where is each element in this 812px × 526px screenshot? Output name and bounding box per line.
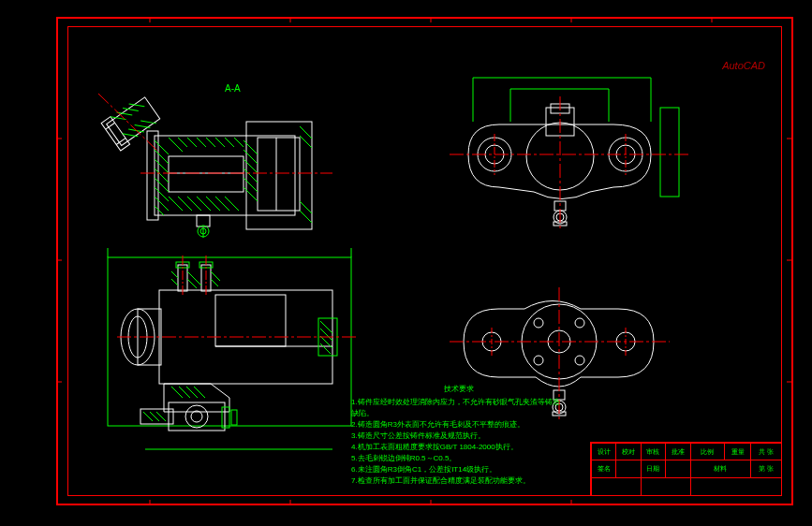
tb-cell: 批准 — [666, 444, 690, 460]
svg-line-37 — [155, 206, 164, 215]
svg-line-45 — [178, 138, 187, 147]
svg-line-84 — [211, 271, 220, 281]
tech-notes-title: 技术要求 — [351, 384, 567, 395]
svg-point-95 — [191, 411, 202, 422]
title-block: 设计 校对 审核 批准 比例 重量 共 张 签名 日期 材料 第 张 — [590, 442, 782, 496]
svg-point-94 — [185, 405, 208, 428]
svg-point-138 — [534, 318, 543, 328]
svg-rect-24 — [169, 156, 244, 192]
tech-note-line: 3.铸造尺寸公差按铸件标准及规范执行。 — [351, 431, 567, 442]
svg-line-49 — [215, 138, 225, 147]
tech-note-line: 1.铸件应经时效处理消除内应力，不允许有砂眼气孔夹渣等铸造缺陷。 — [351, 397, 567, 419]
tech-note-line: 7.检查所有加工面并保证配合精度满足装配功能要求。 — [351, 475, 567, 487]
tb-cell: 设计 — [592, 444, 616, 460]
svg-line-69 — [300, 211, 312, 223]
tech-note-line: 2.铸造圆角R3外表面不允许有毛刺及不平整的痕迹。 — [351, 419, 567, 431]
svg-line-70 — [300, 201, 312, 213]
tb-cell — [666, 460, 690, 477]
svg-line-46 — [187, 138, 197, 147]
section-view-aa — [89, 89, 351, 243]
svg-rect-87 — [215, 295, 286, 346]
svg-line-81 — [171, 279, 178, 285]
svg-rect-17 — [258, 138, 300, 211]
svg-line-51 — [234, 138, 244, 147]
tb-cell — [641, 477, 690, 495]
svg-point-140 — [534, 356, 543, 365]
tb-cell: 审核 — [641, 444, 665, 460]
svg-line-107 — [320, 329, 332, 341]
svg-line-85 — [211, 279, 218, 286]
tb-cell: 校对 — [616, 444, 641, 460]
svg-line-67 — [300, 126, 312, 139]
tb-cell: 重量 — [725, 444, 751, 460]
tech-note-line: 6.未注圆角R3倒角C1，公差按IT14级执行。 — [351, 464, 567, 475]
svg-rect-23 — [147, 131, 158, 220]
svg-line-83 — [187, 279, 197, 288]
svg-rect-97 — [231, 410, 237, 425]
watermark-text: AutoCAD — [722, 60, 765, 71]
tech-note-line: 5.去毛刺锐边倒钝R0.5～C0.5。 — [351, 453, 567, 464]
tb-cell — [616, 460, 641, 477]
tb-cell: 签名 — [592, 460, 616, 477]
tb-cell — [592, 477, 642, 495]
technical-notes: 技术要求 1.铸件应经时效处理消除内应力，不允许有砂眼气孔夹渣等铸造缺陷。 2.… — [351, 384, 567, 487]
tb-cell: 材料 — [690, 460, 751, 477]
svg-point-139 — [575, 318, 584, 328]
tb-cell: 共 张 — [751, 444, 782, 460]
svg-line-106 — [320, 321, 332, 333]
svg-rect-96 — [222, 407, 229, 428]
svg-point-141 — [575, 356, 584, 365]
plan-section-view — [89, 248, 370, 463]
tb-cell: 第 张 — [751, 460, 782, 477]
top-view-flange — [426, 70, 698, 234]
svg-line-48 — [206, 138, 215, 147]
svg-line-68 — [300, 136, 312, 148]
svg-rect-26 — [197, 215, 210, 226]
svg-rect-120 — [660, 108, 679, 197]
tb-cell: 日期 — [641, 460, 665, 477]
svg-line-82 — [187, 271, 201, 285]
svg-line-80 — [171, 271, 178, 278]
tb-cell — [690, 477, 782, 495]
tb-cell: 比例 — [690, 444, 725, 460]
svg-line-47 — [197, 138, 206, 147]
svg-line-50 — [225, 138, 234, 147]
tech-note-line: 4.机加工表面粗糙度要求按GB/T 1804-2000执行。 — [351, 442, 567, 453]
cad-canvas[interactable]: AutoCAD A-A — [0, 0, 812, 526]
